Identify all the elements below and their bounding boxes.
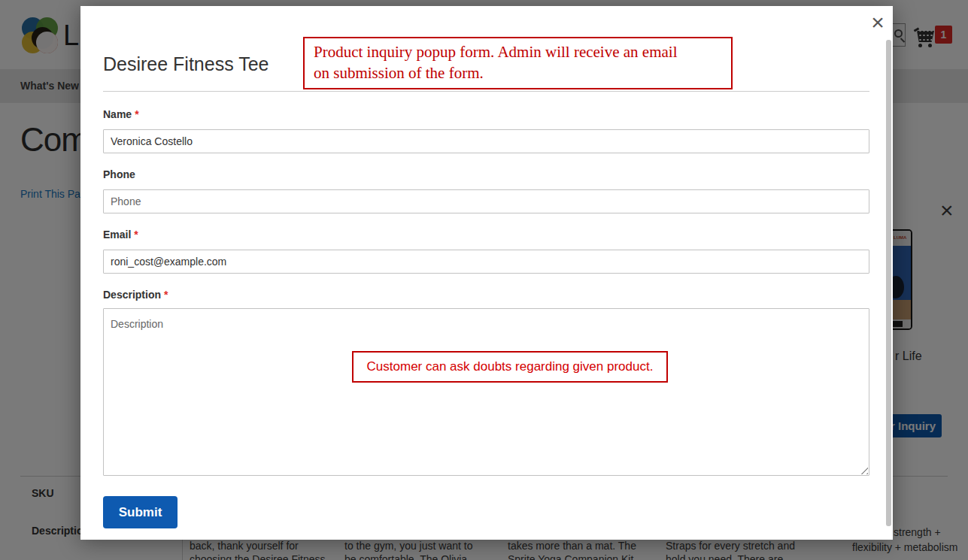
product-inquiry-modal: × Desiree Fitness Tee Product inquiry po… — [80, 6, 893, 540]
required-mark: * — [134, 229, 138, 241]
modal-scrollbar-thumb[interactable] — [886, 40, 891, 526]
name-field[interactable] — [103, 129, 869, 153]
annotation-top: Product inquiry popup form. Admin will r… — [303, 37, 733, 89]
modal-title-divider — [103, 91, 869, 92]
phone-field[interactable] — [103, 189, 869, 213]
description-field[interactable] — [103, 308, 869, 476]
name-label: Name* — [103, 108, 139, 120]
phone-label: Phone — [103, 168, 135, 180]
annotation-textarea: Customer can ask doubts regarding given … — [352, 351, 668, 383]
required-mark: * — [135, 108, 138, 120]
description-label: Description* — [103, 289, 168, 301]
modal-close-icon[interactable]: × — [863, 8, 893, 38]
email-field[interactable] — [103, 250, 869, 274]
modal-title: Desiree Fitness Tee — [103, 53, 269, 75]
email-label: Email* — [103, 229, 138, 241]
required-mark: * — [164, 289, 168, 301]
submit-button[interactable]: Submit — [103, 496, 178, 528]
screen: LUMA 1 What's New Compare Products Print… — [0, 0, 968, 560]
